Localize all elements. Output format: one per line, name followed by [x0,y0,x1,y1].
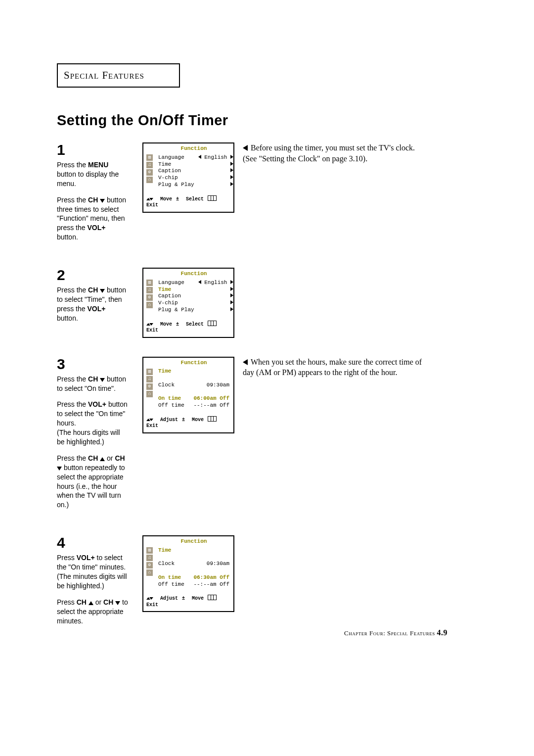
steps-container: 1 Press the MENU button to display the m… [57,142,477,632]
tv-title: Function [157,145,230,152]
tv-menu-icon: ⌂ [146,177,153,183]
tv-menu-table: Time Clock09:30am On time06:00am OffOff … [157,368,230,409]
tv-footer: Adjust± Move Exit [146,595,230,608]
page-footer: Chapter Four: Special Features 4.9 [0,628,534,637]
step-number: 1 [57,142,129,157]
tv-menu-table: Language English TimeCaptionV-chipPlug &… [157,280,234,314]
step: 3 Press the CH button to select "On time… [57,357,477,517]
step-instructions: 4 Press VOL+ to select the "On time" min… [57,535,129,632]
tv-title: Function [157,538,230,545]
pointer-icon [243,142,248,153]
tv-screenshot: ▥♫⚙⌂ Function Language English TimeCapti… [142,142,234,213]
tv-footer: Adjust± Move Exit [146,416,230,429]
tv-menu-icon: ⚙ [146,562,153,568]
tv-menu-icon: ▥ [146,547,153,554]
step: 4 Press VOL+ to select the "On time" min… [57,535,477,632]
tv-footer: Move± Select Exit [146,321,230,334]
tv-menu-icon: ⌂ [146,569,153,576]
step-number: 2 [57,268,129,283]
pointer-icon [243,357,248,368]
tv-menu-table: Time Clock09:30am On time06:30am OffOff … [157,547,230,588]
tv-menu-table: Language English TimeCaptionV-chipPlug &… [157,154,234,189]
tv-footer: Move± Select Exit [146,195,230,209]
tv-menu-icon: ▥ [146,280,153,286]
tv-menu-icon: ♫ [146,162,153,168]
tv-menu-icon: ⚙ [146,383,153,390]
page: Special Features Setting the On/Off Time… [57,63,477,651]
tv-screenshot: ▥♫⚙⌂ Function Time Clock09:30am On time0… [142,535,234,612]
side-note: When you set the hours, make sure the co… [243,357,426,378]
page-number: 4.9 [437,628,448,637]
step-instructions: 3 Press the CH button to select "On time… [57,357,129,517]
side-note: Before using the timer, you must set the… [243,142,426,164]
tv-screenshot: ▥♫⚙⌂ Function Time Clock09:30am On time0… [142,357,234,433]
tv-menu-icon: ⌂ [146,302,153,308]
step: 2 Press the CH button to select "Time", … [57,268,477,338]
tv-menu-icon: ♫ [146,555,153,561]
tv-title: Function [157,360,230,367]
tv-menu-icon: ⌂ [146,391,153,397]
tv-menu-icon: ♫ [146,376,153,382]
tv-menu-icon: ⚙ [146,294,153,301]
step: 1 Press the MENU button to display the m… [57,142,477,249]
step-instructions: 1 Press the MENU button to display the m… [57,142,129,249]
tv-title: Function [157,271,230,278]
section-header: Special Features [57,63,180,88]
tv-menu-icon: ♫ [146,287,153,293]
step-number: 4 [57,535,129,550]
tv-menu-icon: ▥ [146,154,153,161]
step-number: 3 [57,357,129,372]
tv-screenshot: ▥♫⚙⌂ Function Language English TimeCapti… [142,268,234,338]
step-instructions: 2 Press the CH button to select "Time", … [57,268,129,330]
page-title: Setting the On/Off Timer [57,112,477,129]
footer-chapter: Chapter Four: Special Features [344,629,437,637]
tv-menu-icon: ▥ [146,369,153,375]
tv-menu-icon: ⚙ [146,169,153,176]
